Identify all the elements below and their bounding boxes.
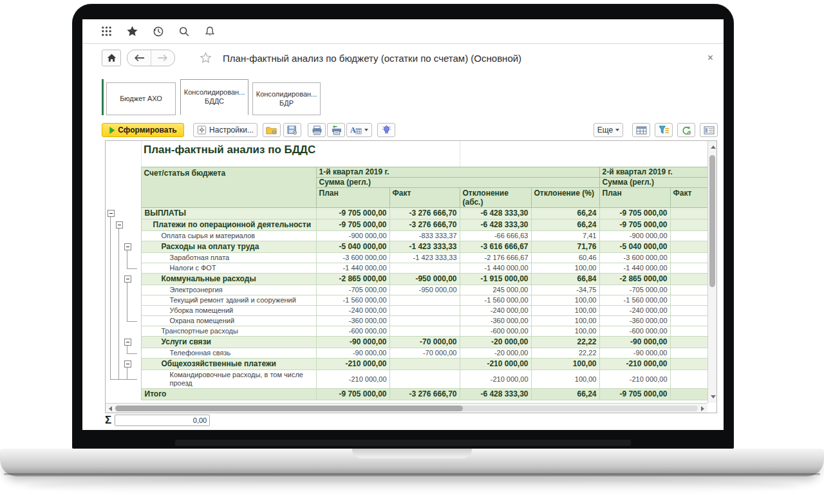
row-label[interactable]: Коммунальные расходы bbox=[141, 274, 316, 285]
favorites-star-icon[interactable] bbox=[126, 25, 138, 37]
cell-value[interactable]: -1 560 000,00 bbox=[460, 295, 531, 306]
cell-value[interactable] bbox=[670, 208, 707, 219]
format-button[interactable]: A bbox=[346, 123, 372, 137]
cell-value[interactable]: -5 040 000,00 bbox=[316, 241, 389, 253]
cell-value[interactable]: -20 000,00 bbox=[460, 337, 531, 348]
cell-value[interactable] bbox=[389, 370, 460, 389]
cell-value[interactable] bbox=[670, 389, 707, 400]
cell-value[interactable]: -210 000,00 bbox=[599, 359, 670, 370]
row-label[interactable]: Уборка помещений bbox=[141, 306, 316, 316]
cell-value[interactable]: -1 560 000,00 bbox=[599, 295, 670, 306]
horizontal-scrollbar[interactable] bbox=[106, 403, 707, 413]
cell-value[interactable]: -3 616 666,67 bbox=[460, 241, 531, 253]
cell-value[interactable] bbox=[670, 337, 707, 348]
cell-value[interactable]: -5 040 000,00 bbox=[599, 241, 670, 253]
cell-value[interactable]: -240 000,00 bbox=[460, 306, 531, 316]
cell-value[interactable]: 66,84 bbox=[531, 274, 599, 285]
cell-value[interactable]: -600 000,00 bbox=[460, 326, 531, 337]
settings-button[interactable]: Настройки... bbox=[193, 123, 258, 137]
cell-value[interactable]: -950 000,00 bbox=[389, 274, 460, 285]
collapse-minus-box[interactable] bbox=[124, 339, 131, 346]
cell-value[interactable]: -90 000,00 bbox=[316, 337, 389, 348]
close-icon[interactable]: × bbox=[707, 53, 713, 63]
col-header-q1[interactable]: 1-й квартал 2019 г. bbox=[316, 167, 599, 178]
collapse-minus-box[interactable] bbox=[124, 275, 131, 283]
cell-value[interactable]: -9 705 000,00 bbox=[599, 389, 670, 400]
cell-value[interactable]: -9 705 000,00 bbox=[316, 389, 389, 400]
open-settings-button[interactable] bbox=[263, 123, 281, 137]
print-button[interactable] bbox=[308, 123, 326, 137]
cell-value[interactable] bbox=[389, 359, 460, 370]
cell-value[interactable]: -240 000,00 bbox=[316, 306, 389, 316]
search-icon[interactable] bbox=[178, 25, 190, 37]
col-header-sum-q1[interactable]: Сумма (регл.) bbox=[316, 178, 599, 188]
back-button[interactable] bbox=[127, 50, 151, 66]
cell-value[interactable]: -9 705 000,00 bbox=[599, 219, 670, 231]
cell-value[interactable]: -1 423 333,33 bbox=[389, 241, 460, 253]
collapse-minus-box[interactable] bbox=[124, 243, 131, 250]
col-header-plan2[interactable]: План bbox=[599, 188, 670, 208]
cell-value[interactable]: -70 000,00 bbox=[389, 348, 460, 359]
row-label[interactable]: Заработная плата bbox=[141, 253, 316, 263]
row-label[interactable]: Командировочные расходы, в том числе про… bbox=[141, 370, 316, 389]
cell-value[interactable]: -705 000,00 bbox=[316, 285, 389, 295]
cell-value[interactable]: -1 440 000,00 bbox=[460, 263, 531, 274]
cell-value[interactable]: 71,76 bbox=[531, 241, 599, 253]
cell-value[interactable] bbox=[670, 348, 707, 359]
col-header-dev-pct[interactable]: Отклонение (%) bbox=[531, 188, 599, 208]
cell-value[interactable]: -950 000,00 bbox=[389, 285, 460, 295]
filter-button[interactable] bbox=[655, 123, 673, 137]
cell-value[interactable]: 60,46 bbox=[531, 253, 599, 263]
cell-value[interactable]: 100,00 bbox=[531, 295, 599, 306]
cell-value[interactable]: -1 440 000,00 bbox=[599, 263, 670, 274]
cell-value[interactable] bbox=[389, 306, 460, 316]
vertical-scroll-thumb[interactable] bbox=[709, 155, 715, 287]
cell-value[interactable]: -34,75 bbox=[531, 285, 599, 295]
cell-value[interactable] bbox=[389, 326, 460, 337]
cell-value[interactable]: -1 560 000,00 bbox=[316, 295, 389, 306]
cell-value[interactable]: -1 440 000,00 bbox=[316, 263, 389, 274]
cell-value[interactable] bbox=[389, 295, 460, 306]
row-label[interactable]: Услуги связи bbox=[141, 337, 316, 348]
row-label[interactable]: Электроэнергия bbox=[141, 285, 316, 295]
row-label[interactable]: Транспортные расходы bbox=[141, 326, 316, 337]
save-settings-button[interactable] bbox=[283, 123, 301, 137]
collapse-minus-box[interactable] bbox=[124, 360, 131, 368]
cell-value[interactable]: -210 000,00 bbox=[599, 370, 670, 389]
home-button[interactable] bbox=[102, 50, 121, 66]
cell-value[interactable]: -6 428 333,30 bbox=[460, 208, 531, 219]
row-label[interactable]: Телефонная связь bbox=[141, 348, 316, 359]
cell-value[interactable]: -1 915 000,00 bbox=[460, 274, 531, 285]
cell-value[interactable]: -3 276 666,70 bbox=[389, 219, 460, 231]
cell-value[interactable]: -90 000,00 bbox=[599, 348, 670, 359]
cell-value[interactable] bbox=[670, 241, 707, 253]
scroll-up-icon[interactable] bbox=[711, 145, 716, 149]
cell-value[interactable] bbox=[389, 316, 460, 326]
generate-button[interactable]: Сформировать bbox=[102, 123, 184, 137]
cell-value[interactable]: -900 000,00 bbox=[599, 231, 670, 241]
cell-value[interactable] bbox=[670, 295, 707, 306]
cell-value[interactable] bbox=[670, 253, 707, 263]
row-label[interactable]: Текущий ремонт зданий и сооружений bbox=[141, 295, 316, 306]
cell-value[interactable]: -6 428 333,30 bbox=[460, 389, 531, 400]
cell-value[interactable]: -3 600 000,00 bbox=[599, 253, 670, 263]
more-button[interactable]: Еще bbox=[594, 123, 623, 137]
cell-value[interactable]: 100,00 bbox=[531, 316, 599, 326]
cell-value[interactable] bbox=[670, 219, 707, 231]
horizontal-scroll-thumb[interactable] bbox=[115, 406, 463, 411]
cell-value[interactable]: 245 000,00 bbox=[460, 285, 531, 295]
cell-value[interactable]: -210 000,00 bbox=[316, 370, 389, 389]
cell-value[interactable]: -900 000,00 bbox=[316, 231, 389, 241]
cell-value[interactable] bbox=[389, 263, 460, 274]
col-header-fact1[interactable]: Факт bbox=[389, 188, 460, 208]
cell-value[interactable]: 100,00 bbox=[531, 263, 599, 274]
cell-value[interactable]: 100,00 bbox=[531, 370, 599, 389]
cell-value[interactable]: 66,24 bbox=[531, 389, 599, 400]
cell-value[interactable]: -360 000,00 bbox=[316, 316, 389, 326]
cell-value[interactable]: 100,00 bbox=[531, 326, 599, 337]
forward-button[interactable] bbox=[151, 50, 174, 66]
cell-value[interactable]: -2 865 000,00 bbox=[316, 274, 389, 285]
row-label[interactable]: Платежи по операционной деятельности bbox=[141, 219, 316, 231]
row-label[interactable]: Расходы на оплату труда bbox=[141, 241, 316, 253]
cell-value[interactable]: -9 705 000,00 bbox=[599, 208, 670, 219]
